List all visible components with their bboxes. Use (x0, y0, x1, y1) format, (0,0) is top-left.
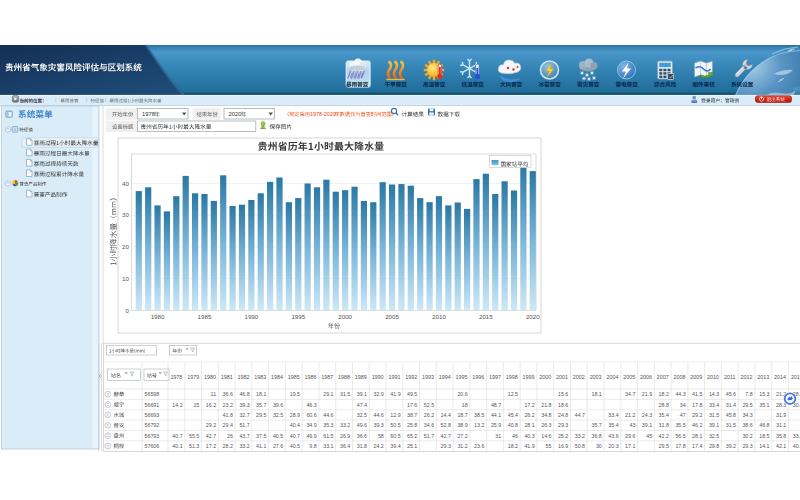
svg-text:18.1: 18.1 (591, 391, 601, 397)
svg-text:28.1: 28.1 (692, 433, 702, 439)
svg-text:31.2: 31.2 (457, 443, 467, 449)
svg-text:44.6: 44.6 (323, 412, 333, 418)
svg-text:34.3: 34.3 (742, 412, 752, 418)
svg-text:20.6: 20.6 (457, 391, 467, 397)
svg-text:31: 31 (495, 433, 501, 439)
svg-text:1980: 1980 (151, 313, 165, 320)
svg-text:2014: 2014 (774, 374, 786, 380)
svg-text:46.8: 46.8 (759, 422, 769, 428)
svg-text:1983: 1983 (254, 374, 266, 380)
svg-text:1989: 1989 (355, 374, 367, 380)
svg-text:2011: 2011 (724, 374, 736, 380)
svg-text:31.8: 31.8 (659, 422, 669, 428)
svg-text:18.6: 18.6 (558, 402, 568, 408)
svg-text:42.7: 42.7 (441, 433, 451, 439)
svg-text:28.8: 28.8 (659, 402, 669, 408)
svg-text:18.2: 18.2 (508, 443, 518, 449)
svg-text:47: 47 (680, 412, 686, 418)
svg-text:35.8: 35.8 (776, 433, 786, 439)
svg-text:2015: 2015 (791, 374, 800, 380)
svg-text:40.8: 40.8 (508, 422, 518, 428)
svg-text:34.6: 34.6 (424, 422, 434, 428)
svg-text:16.2: 16.2 (206, 402, 216, 408)
svg-text:1978: 1978 (170, 374, 182, 380)
svg-text:10: 10 (122, 275, 129, 282)
svg-text:60.5: 60.5 (390, 433, 400, 439)
svg-text:29.2: 29.2 (206, 422, 216, 428)
svg-text:1985: 1985 (288, 374, 300, 380)
svg-text:41.8: 41.8 (223, 412, 233, 418)
svg-text:2020: 2020 (526, 313, 540, 320)
svg-text:34: 34 (680, 402, 686, 408)
svg-text:29.8: 29.8 (709, 443, 719, 449)
svg-text:2020: 2020 (229, 111, 242, 117)
svg-text:24.8: 24.8 (558, 412, 568, 418)
svg-text:56691: 56691 (145, 402, 160, 408)
svg-text:15.3: 15.3 (759, 391, 769, 397)
svg-text:1982: 1982 (237, 374, 249, 380)
svg-text:23.2: 23.2 (223, 402, 233, 408)
svg-text:31.5: 31.5 (709, 412, 719, 418)
svg-text:17.4: 17.4 (692, 443, 702, 449)
svg-text:29.6: 29.6 (625, 433, 635, 439)
svg-text:29.4: 29.4 (223, 422, 233, 428)
svg-text:35.7: 35.7 (591, 422, 601, 428)
svg-text:36.8: 36.8 (591, 433, 601, 439)
svg-text:55: 55 (546, 443, 552, 449)
svg-text:46: 46 (512, 433, 518, 439)
svg-text:40.7: 40.7 (290, 433, 300, 439)
svg-text:2006: 2006 (640, 374, 652, 380)
svg-text:38.7: 38.7 (407, 412, 417, 418)
svg-text:39.1: 39.1 (709, 422, 719, 428)
svg-text:20.3: 20.3 (608, 443, 618, 449)
svg-text:27.6: 27.6 (273, 443, 283, 449)
svg-text:32.7: 32.7 (239, 412, 249, 418)
svg-text:45: 45 (646, 433, 652, 439)
svg-text:2009: 2009 (690, 374, 702, 380)
svg-text:58: 58 (378, 433, 384, 439)
svg-text:1999: 1999 (523, 374, 535, 380)
svg-text:14.4: 14.4 (441, 412, 451, 418)
svg-text:1979: 1979 (187, 374, 199, 380)
svg-text:34.8: 34.8 (541, 412, 551, 418)
svg-text:47.4: 47.4 (357, 402, 367, 408)
svg-text:51.3: 51.3 (189, 443, 199, 449)
svg-text:39.3: 39.3 (373, 422, 383, 428)
svg-text:35.1: 35.1 (759, 402, 769, 408)
svg-text:25.1: 25.1 (407, 443, 417, 449)
svg-text:50.8: 50.8 (575, 443, 585, 449)
svg-text:1984: 1984 (271, 374, 283, 380)
svg-text:1985: 1985 (198, 313, 212, 320)
svg-text:2010: 2010 (432, 313, 446, 320)
svg-text:1986: 1986 (305, 374, 317, 380)
svg-text:24.3: 24.3 (642, 412, 652, 418)
svg-text:50.5: 50.5 (390, 422, 400, 428)
svg-text:18.5: 18.5 (759, 433, 769, 439)
svg-text:28.1: 28.1 (524, 422, 534, 428)
svg-text:36.6: 36.6 (357, 433, 367, 439)
svg-text:51.7: 51.7 (424, 433, 434, 439)
svg-text:31.1: 31.1 (776, 422, 786, 428)
svg-text:38.5: 38.5 (474, 412, 484, 418)
svg-text:1998: 1998 (506, 374, 518, 380)
svg-text:14.3: 14.3 (709, 391, 719, 397)
svg-text:30: 30 (596, 443, 602, 449)
svg-text:1981: 1981 (221, 374, 233, 380)
svg-text:45.4: 45.4 (508, 412, 518, 418)
svg-text:2013: 2013 (757, 374, 769, 380)
svg-text:60.6: 60.6 (306, 412, 316, 418)
svg-text:26: 26 (227, 433, 233, 439)
svg-text:35.4: 35.4 (659, 412, 669, 418)
svg-text:40.5: 40.5 (290, 443, 300, 449)
svg-text:17.1: 17.1 (625, 443, 635, 449)
svg-text:11: 11 (211, 391, 217, 397)
svg-text:1978: 1978 (142, 111, 155, 117)
svg-text:33.1: 33.1 (323, 443, 333, 449)
svg-text:17.2: 17.2 (206, 443, 216, 449)
svg-text:1987: 1987 (321, 374, 333, 380)
svg-text:39.4: 39.4 (390, 443, 400, 449)
svg-text:21.9: 21.9 (642, 391, 652, 397)
svg-text:12.9: 12.9 (390, 412, 400, 418)
svg-text:1996: 1996 (472, 374, 484, 380)
svg-text:37.5: 37.5 (256, 433, 266, 439)
